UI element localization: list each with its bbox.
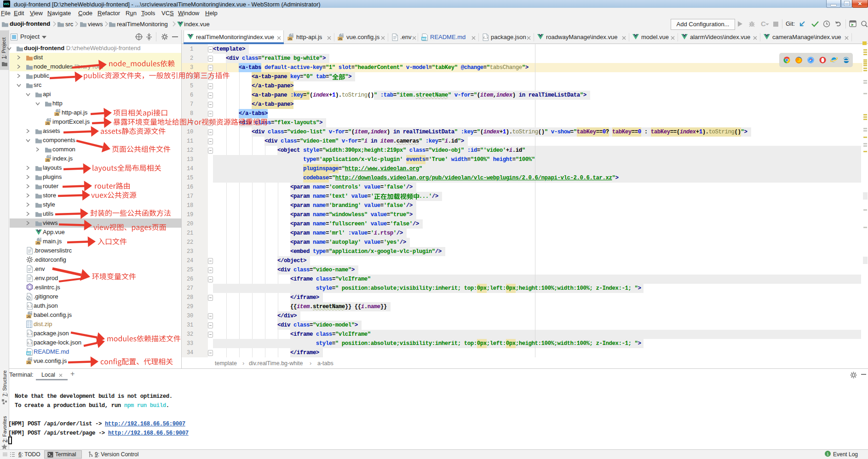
svg-text:JS: JS [27,315,31,318]
svg-text:JS: JS [36,241,40,245]
svg-text:MD: MD [27,352,31,355]
svg-text:MD: MD [422,37,426,40]
svg-text:JS: JS [338,37,342,40]
svg-text:JS: JS [55,113,59,116]
svg-text:JS: JS [46,122,50,125]
svg-text:JS: JS [46,159,50,162]
svg-text:JS: JS [27,361,31,364]
svg-text:JS: JS [288,37,292,40]
